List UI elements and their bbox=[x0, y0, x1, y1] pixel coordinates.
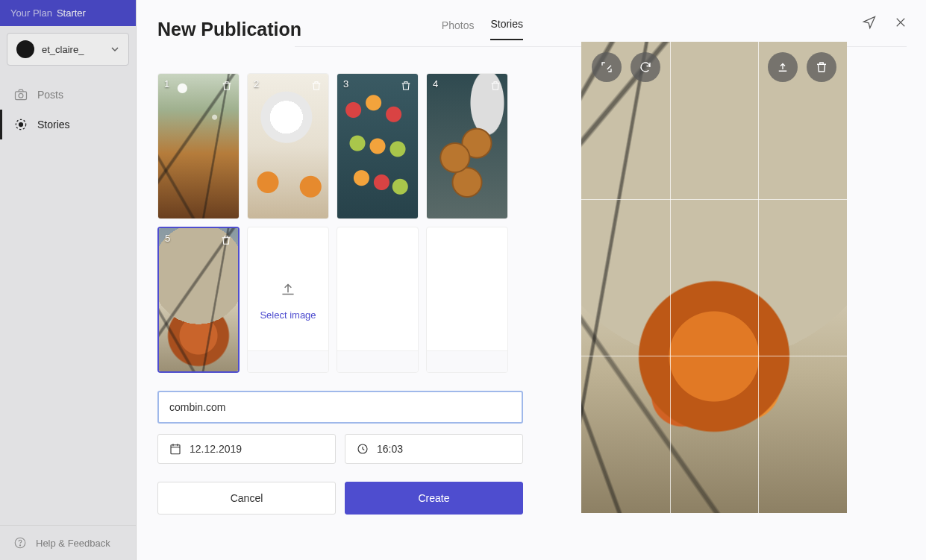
page-title: New Publication bbox=[157, 19, 301, 40]
nav: Posts Stories bbox=[0, 80, 136, 139]
thumb-image bbox=[337, 74, 418, 218]
main: New Publication Photos Stories 1 2 bbox=[137, 0, 926, 560]
avatar bbox=[16, 40, 34, 58]
camera-icon bbox=[13, 87, 28, 102]
create-button[interactable]: Create bbox=[345, 482, 523, 515]
right-column bbox=[523, 18, 905, 542]
thumbnail-grid: 1 2 3 4 bbox=[157, 73, 523, 373]
clock-icon bbox=[356, 442, 369, 456]
svg-point-3 bbox=[19, 123, 23, 127]
thumb-5[interactable]: 5 bbox=[157, 227, 240, 373]
thumb-image bbox=[427, 74, 507, 218]
time-field[interactable]: 16:03 bbox=[345, 434, 523, 464]
tab-photos[interactable]: Photos bbox=[442, 19, 475, 40]
thumb-number: 5 bbox=[165, 233, 170, 244]
close-icon[interactable] bbox=[893, 15, 908, 30]
send-icon[interactable] bbox=[862, 15, 877, 30]
plan-name: Starter bbox=[57, 7, 86, 19]
time-value: 16:03 bbox=[377, 443, 403, 455]
thumb-number: 2 bbox=[254, 78, 259, 89]
delete-icon[interactable] bbox=[309, 78, 324, 93]
upload-icon[interactable] bbox=[768, 52, 798, 82]
empty-slot bbox=[426, 227, 508, 373]
upload-icon bbox=[278, 280, 298, 299]
help-feedback[interactable]: Help & Feedback bbox=[0, 526, 136, 560]
left-column: New Publication Photos Stories 1 2 bbox=[157, 18, 523, 542]
date-value: 12.12.2019 bbox=[190, 443, 242, 455]
thumb-4[interactable]: 4 bbox=[426, 73, 508, 219]
calendar-icon bbox=[169, 442, 182, 456]
crop-grid bbox=[581, 42, 847, 513]
thumb-number: 4 bbox=[433, 78, 438, 89]
nav-stories-label: Stories bbox=[37, 119, 70, 130]
cancel-button[interactable]: Cancel bbox=[157, 482, 336, 515]
thumb-image bbox=[158, 74, 239, 218]
chevron-down-icon bbox=[110, 45, 119, 54]
thumb-number: 3 bbox=[343, 78, 348, 89]
thumb-3[interactable]: 3 bbox=[337, 73, 419, 219]
date-field[interactable]: 12.12.2019 bbox=[157, 434, 336, 464]
delete-icon[interactable] bbox=[219, 78, 234, 93]
preview-controls bbox=[592, 52, 836, 82]
select-image-label: Select image bbox=[260, 309, 316, 321]
thumb-number: 1 bbox=[164, 78, 169, 89]
svg-point-5 bbox=[19, 545, 20, 546]
delete-icon[interactable] bbox=[807, 52, 836, 82]
help-label: Help & Feedback bbox=[36, 538, 110, 549]
account-name: et_claire_ bbox=[42, 44, 103, 55]
plan-label: Your Plan bbox=[10, 7, 52, 19]
delete-icon[interactable] bbox=[398, 78, 413, 93]
nav-posts-label: Posts bbox=[37, 89, 63, 101]
svg-rect-0 bbox=[16, 92, 27, 100]
rotate-icon[interactable] bbox=[631, 52, 660, 82]
nav-posts[interactable]: Posts bbox=[0, 80, 136, 110]
preview-canvas[interactable] bbox=[581, 42, 847, 513]
link-input[interactable] bbox=[157, 391, 523, 424]
thumb-image bbox=[159, 228, 238, 371]
delete-icon[interactable] bbox=[219, 233, 234, 248]
thumb-image bbox=[248, 74, 328, 218]
svg-point-1 bbox=[19, 93, 23, 98]
svg-rect-6 bbox=[171, 445, 180, 454]
sidebar: Your Plan Starter et_claire_ Posts Stori… bbox=[0, 0, 137, 560]
tab-stories[interactable]: Stories bbox=[490, 18, 523, 40]
tabs: Photos Stories bbox=[442, 18, 523, 40]
help-icon bbox=[13, 536, 27, 550]
empty-slot bbox=[337, 227, 419, 373]
nav-stories[interactable]: Stories bbox=[0, 110, 136, 139]
thumb-1[interactable]: 1 bbox=[157, 73, 240, 219]
delete-icon[interactable] bbox=[488, 78, 503, 93]
stories-icon bbox=[13, 117, 28, 132]
thumb-2[interactable]: 2 bbox=[247, 73, 329, 219]
select-image-button[interactable]: Select image bbox=[247, 227, 329, 373]
fit-icon[interactable] bbox=[592, 52, 622, 82]
plan-bar[interactable]: Your Plan Starter bbox=[0, 0, 136, 26]
sidebar-footer: Help & Feedback bbox=[0, 525, 136, 560]
account-selector[interactable]: et_claire_ bbox=[7, 33, 129, 66]
